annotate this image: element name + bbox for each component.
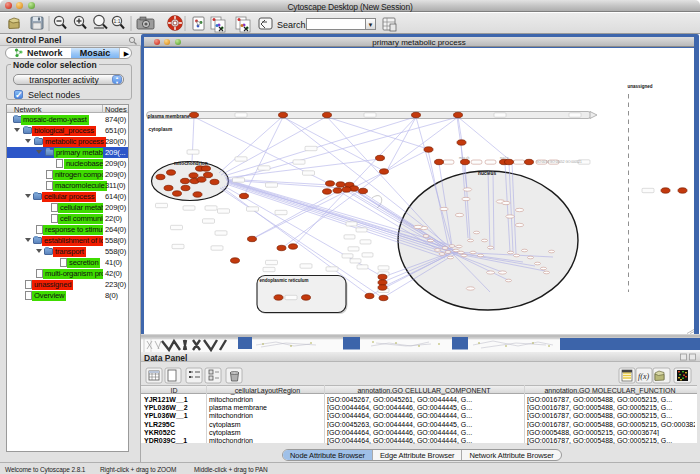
svg-text:f(x): f(x) — [638, 372, 649, 381]
svg-text:unassigned: unassigned — [628, 84, 653, 89]
svg-text:nucleus: nucleus — [478, 171, 496, 176]
svg-text:GO:0016 GO:00052 GO:000521: GO:0016 GO:00052 GO:000521 — [536, 160, 582, 164]
svg-text:mito ch: mito ch — [459, 156, 470, 160]
svg-text:nucl e: nucl e — [500, 156, 509, 160]
svg-text:cytoplasm: cytoplasm — [149, 127, 173, 132]
svg-text:endoplasmic reticulum: endoplasmic reticulum — [260, 278, 309, 283]
svg-text:plasma membrane: plasma membrane — [148, 114, 190, 119]
svg-text:mitochondrion: mitochondrion — [174, 161, 208, 166]
svg-text:1:1: 1:1 — [114, 18, 121, 24]
